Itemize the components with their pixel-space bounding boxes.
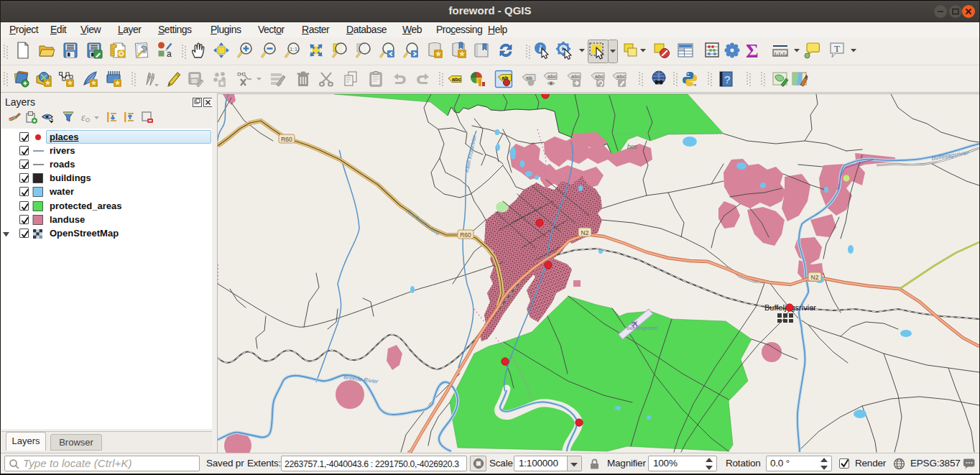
- svg-text:a: a: [167, 49, 172, 59]
- svg-text:Σ: Σ: [746, 40, 759, 62]
- svg-text:N2: N2: [811, 274, 819, 281]
- svg-text:1:1: 1:1: [290, 46, 298, 52]
- svg-text:?: ?: [724, 73, 730, 86]
- svg-text:abc: abc: [547, 73, 557, 80]
- svg-text:R60: R60: [460, 231, 471, 239]
- svg-text:abc: abc: [571, 73, 581, 80]
- svg-text:R60: R60: [281, 136, 292, 143]
- svg-text:ε: ε: [81, 112, 85, 123]
- svg-text:abc: abc: [616, 73, 626, 80]
- svg-text:abc: abc: [595, 73, 604, 80]
- svg-text:T: T: [834, 43, 840, 54]
- svg-text:abc: abc: [452, 76, 461, 83]
- svg-text:swellengrebel: swellengrebel: [627, 326, 657, 331]
- svg-text:i: i: [539, 43, 542, 54]
- svg-text:N2: N2: [581, 229, 589, 236]
- svg-text:bos: bos: [627, 143, 637, 150]
